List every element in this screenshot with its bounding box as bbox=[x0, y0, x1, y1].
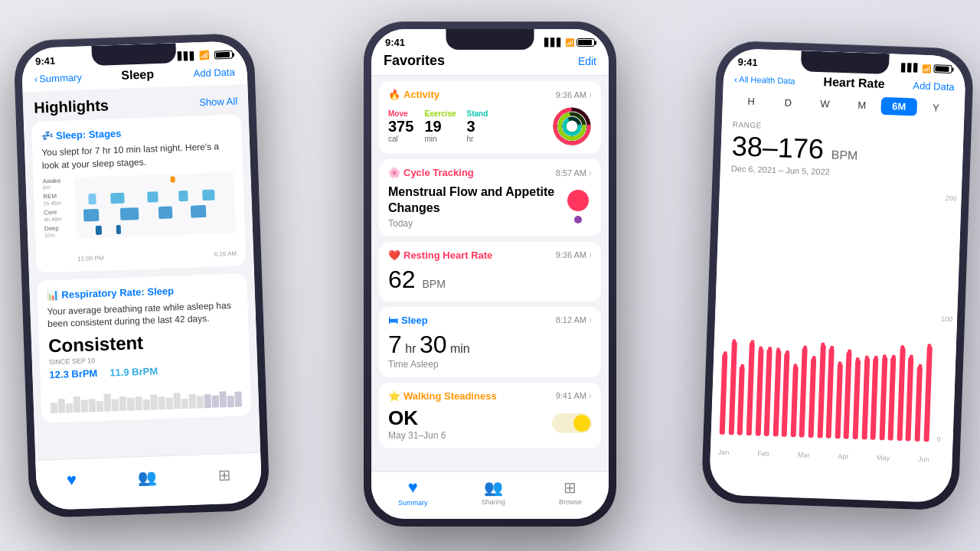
walking-card[interactable]: ⭐ Walking Steadiness 9:41 AM › OK bbox=[379, 383, 601, 448]
hr-bar bbox=[897, 347, 905, 441]
middle-battery-icon bbox=[577, 38, 595, 47]
nav-sharing-mid[interactable]: 👥 Sharing bbox=[482, 478, 505, 506]
sleep-fav-chevron-icon: › bbox=[589, 315, 592, 325]
resp-val1: 12.3 BrPM bbox=[49, 367, 97, 380]
hr-bar bbox=[835, 364, 842, 439]
hr-bar bbox=[879, 357, 887, 440]
rem-bar-5 bbox=[203, 189, 215, 201]
mini-bar bbox=[165, 397, 173, 409]
nav-browse[interactable]: ⊞ bbox=[217, 465, 231, 484]
deep-bar-2 bbox=[116, 225, 121, 234]
hr-bar bbox=[826, 347, 835, 439]
y-label-100: 100 bbox=[941, 315, 952, 323]
core-label: Core4h 48m bbox=[44, 209, 74, 223]
hr-bar bbox=[791, 366, 799, 437]
activity-card-title: 🔥 Activity bbox=[388, 89, 439, 100]
right-battery-icon bbox=[933, 64, 952, 73]
activity-time-row: 9:36 AM › bbox=[556, 90, 592, 100]
sleep-min-unit: min bbox=[450, 342, 470, 355]
sleep-hours: 7 bbox=[388, 331, 402, 358]
mini-bar bbox=[150, 394, 158, 410]
scene: 9:41 ▋▋▋ 📶 ‹ Summary bbox=[0, 0, 980, 551]
stand-stat: Stand 3 hr bbox=[467, 109, 488, 143]
awake-bar-1 bbox=[170, 176, 175, 182]
hr-bar bbox=[764, 349, 773, 436]
tab-d[interactable]: D bbox=[770, 93, 806, 112]
walking-value: OK bbox=[388, 406, 446, 430]
mini-bar bbox=[58, 399, 66, 414]
mini-bar bbox=[81, 400, 89, 412]
right-add-button[interactable]: Add Data bbox=[913, 80, 955, 93]
middle-status-icons: ▋▋▋ 📶 bbox=[544, 38, 595, 47]
walking-icon: ⭐ bbox=[388, 390, 400, 402]
nav-sharing[interactable]: 👥 bbox=[137, 468, 157, 487]
edit-button[interactable]: Edit bbox=[578, 55, 596, 67]
mini-bar bbox=[235, 392, 243, 407]
tab-m[interactable]: M bbox=[844, 96, 880, 115]
hr-bar bbox=[808, 358, 817, 438]
signal-icon: ▋▋▋ bbox=[178, 51, 196, 60]
middle-phone-screen: 9:41 ▋▋▋ 📶 Favorites Edit bbox=[371, 29, 609, 519]
highlights-title: Highlights bbox=[34, 96, 109, 116]
walking-card-title: ⭐ Walking Steadiness bbox=[388, 390, 497, 402]
activity-card[interactable]: 🔥 Activity 9:36 AM › Move bbox=[379, 81, 601, 154]
activity-ring-svg bbox=[552, 106, 592, 146]
mini-bar bbox=[181, 399, 188, 409]
tab-6m[interactable]: 6M bbox=[881, 97, 917, 116]
activity-chevron-icon: › bbox=[589, 90, 592, 100]
activity-icon: 🔥 bbox=[388, 89, 400, 100]
sleep-fav-card-header: 🛏 Sleep 8:12 AM › bbox=[388, 315, 592, 326]
nav-summary[interactable]: ♥ Summary bbox=[398, 478, 428, 507]
cycle-main-dot bbox=[567, 190, 589, 211]
activity-card-header: 🔥 Activity 9:36 AM › bbox=[388, 89, 592, 100]
awake-label: Awake6m bbox=[42, 178, 72, 192]
stand-label: Stand bbox=[467, 109, 488, 118]
right-signal-icon: ▋▋▋ bbox=[901, 64, 920, 73]
sleep-end-time: 6:16 AM bbox=[214, 249, 237, 257]
show-all-button[interactable]: Show All bbox=[199, 95, 237, 108]
nav-browse-mid[interactable]: ⊞ Browse bbox=[559, 478, 582, 506]
tab-h[interactable]: H bbox=[733, 92, 769, 111]
heart-nav-icon: ♥ bbox=[67, 470, 77, 490]
core-bar-2 bbox=[120, 207, 139, 220]
back-label: Summary bbox=[39, 71, 82, 84]
browse-nav-icon: ⊞ bbox=[217, 465, 231, 484]
x-label-apr: Apr bbox=[838, 452, 848, 460]
nav-heart[interactable]: ♥ bbox=[67, 470, 77, 490]
right-phone-container: 9:41 ▋▋▋ 📶 ‹ All Health Data bbox=[701, 40, 975, 510]
hr-bar bbox=[923, 346, 932, 442]
cycle-sub-text: Today bbox=[388, 218, 567, 229]
resp-mini-chart bbox=[50, 380, 242, 414]
mini-bar bbox=[158, 396, 165, 410]
battery-icon bbox=[214, 51, 233, 60]
add-data-button[interactable]: Add Data bbox=[193, 66, 235, 79]
activity-stats: Move 375 cal Exercise 19 min bbox=[388, 109, 488, 143]
heart-rate-card[interactable]: ❤️ Resting Heart Rate 9:36 AM › 62 BPM bbox=[379, 242, 601, 302]
heart-chevron-icon: › bbox=[589, 249, 592, 260]
hr-y-labels: 200 100 0 bbox=[936, 194, 956, 443]
sharing-nav-icon: 👥 bbox=[137, 468, 157, 487]
left-bottom-nav: ♥ 👥 ⊞ bbox=[35, 452, 262, 510]
exercise-stat: Exercise 19 min bbox=[424, 109, 456, 143]
cycle-card-title: 🌸 Cycle Tracking bbox=[388, 167, 474, 178]
cycle-time: 8:57 AM bbox=[556, 168, 586, 178]
favorites-content: 🔥 Activity 9:36 AM › Move bbox=[371, 76, 609, 485]
x-label-may: May bbox=[877, 454, 890, 462]
move-value: 375 bbox=[388, 118, 413, 135]
exercise-unit: min bbox=[424, 135, 456, 143]
heart-time-row: 9:36 AM › bbox=[556, 249, 592, 260]
tab-w[interactable]: W bbox=[807, 94, 843, 113]
cycle-card[interactable]: 🌸 Cycle Tracking 8:57 AM › Menstrual Flo… bbox=[379, 159, 601, 236]
hr-bar bbox=[915, 367, 923, 442]
right-notch bbox=[801, 51, 890, 74]
left-phone-screen: 9:41 ▋▋▋ 📶 ‹ Summary bbox=[21, 41, 263, 510]
right-back-button[interactable]: ‹ All Health Data bbox=[734, 73, 795, 87]
sleep-stages-body: You slept for 7 hr 10 min last night. He… bbox=[41, 140, 234, 172]
mini-bar bbox=[196, 396, 204, 408]
tab-y[interactable]: Y bbox=[918, 99, 954, 118]
sleep-fav-card[interactable]: 🛏 Sleep 8:12 AM › 7 hr 30 bbox=[379, 307, 601, 377]
rem-label: REM1h 45m bbox=[43, 193, 73, 207]
back-button[interactable]: ‹ Summary bbox=[34, 71, 82, 84]
rem-bar-1 bbox=[88, 194, 96, 204]
core-bar-4 bbox=[191, 205, 207, 218]
